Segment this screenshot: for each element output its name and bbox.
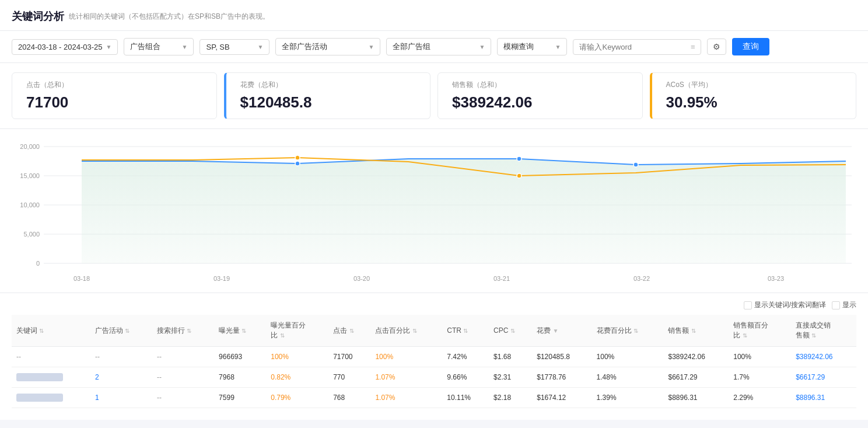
query-button[interactable]: 查询	[732, 38, 769, 55]
campaigns-chevron-icon: ▼	[369, 44, 374, 50]
chart-area: 20,000 15,000 10,000 5,000 0 03-18 03-19…	[0, 129, 868, 293]
ad-groups-filter[interactable]: 全部广告组 ▼	[386, 38, 491, 55]
svg-text:03-20: 03-20	[354, 275, 370, 282]
svg-text:20,000: 20,000	[20, 143, 40, 150]
metric-label-spend: 花费（总和）	[240, 80, 416, 90]
keywords-table: 关键词 ⇅ 广告活动 ⇅ 搜索排行 ⇅ 曝光量 ⇅ 曝光量百分比 ⇅ 点击 ⇅ …	[12, 315, 856, 408]
ad-type-chevron-icon: ▼	[258, 44, 264, 50]
th-impression-pct[interactable]: 曝光量百分比 ⇅	[266, 315, 328, 347]
ad-groups-chevron-icon: ▼	[480, 44, 485, 50]
td-spend: $1778.76	[532, 367, 592, 388]
td-spend: $1674.12	[532, 388, 592, 408]
td-spend-pct: 100%	[592, 347, 664, 367]
match-type-filter[interactable]: 模糊查询 ▼	[497, 38, 567, 55]
td-impression-pct: 0.79%	[266, 388, 328, 408]
sort-icon-cpc: ⇅	[510, 328, 515, 334]
td-spend-pct: 1.39%	[592, 388, 664, 408]
campaigns-filter[interactable]: 全部广告活动 ▼	[275, 38, 380, 55]
campaign-link[interactable]: 1	[95, 394, 99, 402]
th-sales-pct[interactable]: 销售额百分比 ⇅	[729, 315, 791, 347]
campaign-link[interactable]: 2	[95, 373, 99, 381]
metric-card-acos: ACoS（平均） 30.95%	[650, 72, 857, 119]
show-translation-checkbox[interactable]	[744, 301, 752, 309]
sort-icon-sales-pct: ⇅	[743, 332, 747, 339]
show-extra-checkbox-label[interactable]: 显示	[832, 300, 856, 310]
th-campaign[interactable]: 广告活动 ⇅	[90, 315, 152, 347]
th-click-pct[interactable]: 点击百分比 ⇅	[370, 315, 442, 347]
date-range-filter[interactable]: 2024-03-18 - 2024-03-25 ▼	[12, 39, 118, 55]
td-click-pct: 1.07%	[370, 388, 442, 408]
date-range-chevron-icon: ▼	[106, 44, 112, 50]
th-spend-pct[interactable]: 花费百分比 ⇅	[592, 315, 664, 347]
th-direct-sales[interactable]: 直接成交销售额 ⇅	[791, 315, 856, 347]
td-spend: $120485.8	[532, 347, 592, 367]
td-direct-sales: $8896.31	[791, 388, 856, 408]
td-sales: $8896.31	[663, 388, 729, 408]
th-search-rank[interactable]: 搜索排行 ⇅	[152, 315, 214, 347]
svg-point-19	[634, 162, 638, 167]
show-translation-label: 显示关键词/搜索词翻译	[754, 300, 826, 310]
td-direct-sales: $389242.06	[791, 347, 856, 367]
td-sales-pct: 1.7%	[729, 367, 791, 388]
th-sales[interactable]: 销售额 ⇅	[663, 315, 729, 347]
ad-group-label: 广告组合	[130, 41, 160, 52]
metric-label-clicks: 点击（总和）	[26, 80, 202, 90]
table-section: 显示关键词/搜索词翻译 显示 关键词 ⇅ 广告活动 ⇅ 搜索排行 ⇅ 曝光量 ⇅…	[0, 293, 868, 420]
sort-icon-sales: ⇅	[691, 328, 696, 334]
th-keyword[interactable]: 关键词 ⇅	[12, 315, 90, 347]
td-campaign[interactable]: 2	[90, 367, 152, 388]
svg-text:03-23: 03-23	[768, 275, 784, 282]
chart-svg: 20,000 15,000 10,000 5,000 0 03-18 03-19…	[12, 141, 856, 293]
keyword-input-wrapper[interactable]: ≡	[573, 39, 701, 55]
metric-value-acos: 30.95%	[666, 93, 842, 112]
td-ctr: 10.11%	[442, 388, 489, 408]
td-sales-pct: 2.29%	[729, 388, 791, 408]
svg-text:5,000: 5,000	[23, 231, 40, 238]
td-keyword	[12, 367, 90, 388]
ad-group-filter[interactable]: 广告组合 ▼	[124, 38, 194, 55]
svg-text:03-21: 03-21	[494, 275, 510, 282]
td-ctr: 9.66%	[442, 367, 489, 388]
metric-label-acos: ACoS（平均）	[666, 80, 842, 90]
show-translation-checkbox-label[interactable]: 显示关键词/搜索词翻译	[744, 300, 826, 310]
sort-icon-impressions: ⇅	[242, 328, 246, 334]
td-search-rank: --	[152, 347, 214, 367]
td-campaign[interactable]: 1	[90, 388, 152, 408]
show-extra-label: 显示	[842, 300, 856, 310]
sort-icon-click-pct: ⇅	[412, 328, 417, 334]
table-options: 显示关键词/搜索词翻译 显示	[12, 293, 856, 315]
td-cpc: $1.68	[489, 347, 532, 367]
settings-icon-button[interactable]: ⚙	[707, 39, 726, 55]
svg-point-17	[295, 161, 300, 166]
th-ctr[interactable]: CTR ⇅	[442, 315, 489, 347]
sort-icon-direct-sales: ⇅	[811, 332, 816, 339]
td-click-pct: 1.07%	[370, 367, 442, 388]
filter-lines-icon: ≡	[691, 43, 695, 51]
show-extra-checkbox[interactable]	[832, 301, 840, 309]
td-sales: $389242.06	[663, 347, 729, 367]
sort-icon-spend: ▼	[553, 328, 559, 334]
td-clicks: 768	[328, 388, 370, 408]
keyword-input[interactable]	[579, 43, 687, 51]
svg-text:03-19: 03-19	[214, 275, 230, 282]
td-ctr: 7.42%	[442, 347, 489, 367]
td-keyword: --	[12, 347, 90, 367]
svg-text:03-18: 03-18	[74, 275, 90, 282]
chart-container: 20,000 15,000 10,000 5,000 0 03-18 03-19…	[12, 141, 856, 293]
th-clicks[interactable]: 点击 ⇅	[328, 315, 370, 347]
th-spend[interactable]: 花费 ▼	[532, 315, 592, 347]
ad-type-label: SP, SB	[206, 43, 229, 51]
td-impression-pct: 100%	[266, 347, 328, 367]
th-cpc[interactable]: CPC ⇅	[489, 315, 532, 347]
td-spend-pct: 1.48%	[592, 367, 664, 388]
metrics-row: 点击（总和） 71700 花费（总和） $120485.8 销售额（总和） $3…	[0, 63, 868, 129]
filters-bar: 2024-03-18 - 2024-03-25 ▼ 广告组合 ▼ SP, SB …	[0, 31, 868, 63]
metric-value-clicks: 71700	[26, 93, 202, 112]
sort-icon-campaign: ⇅	[125, 328, 130, 334]
th-impressions[interactable]: 曝光量 ⇅	[214, 315, 266, 347]
metric-value-sales: $389242.06	[452, 93, 628, 112]
ad-type-filter[interactable]: SP, SB ▼	[200, 39, 270, 55]
td-impression-pct: 0.82%	[266, 367, 328, 388]
metric-card-sales: 销售额（总和） $389242.06	[438, 72, 643, 119]
table-header-row: 关键词 ⇅ 广告活动 ⇅ 搜索排行 ⇅ 曝光量 ⇅ 曝光量百分比 ⇅ 点击 ⇅ …	[12, 315, 856, 347]
